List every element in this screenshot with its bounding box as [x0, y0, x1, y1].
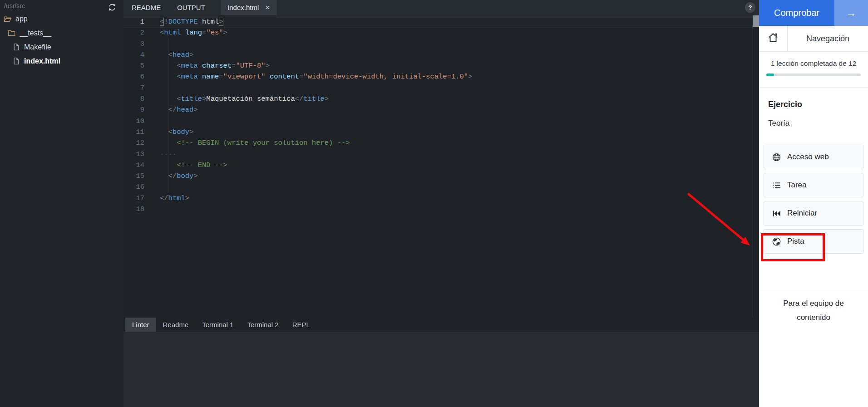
editor-tab-index-html[interactable]: index.html× — [221, 0, 277, 15]
app-window: /usr/src app__tests__Makefileindex.html … — [0, 0, 868, 407]
home-button[interactable] — [759, 26, 788, 51]
exercise-item-teoria[interactable]: Teoría — [768, 119, 859, 128]
folder-open-icon — [3, 15, 12, 24]
help-icon[interactable]: ? — [745, 2, 755, 13]
panel-tab-readme[interactable]: Readme — [156, 318, 196, 332]
line-number: 18 — [123, 204, 144, 215]
line-number: 1 — [123, 16, 144, 27]
footer-text: Para el equipo de contenido — [775, 296, 852, 324]
line-number: 16 — [123, 181, 144, 192]
button-label: Acceso web — [787, 152, 829, 162]
next-arrow-button[interactable]: → — [834, 0, 868, 26]
line-content: </head> — [160, 104, 198, 115]
panel-tab-terminal-2[interactable]: Terminal 2 — [240, 318, 285, 332]
code-line[interactable]: 7 — [123, 83, 750, 93]
code-line[interactable]: 4 <head> — [123, 49, 750, 60]
code-line[interactable]: 5 <meta charset="UTF-8"> — [123, 60, 750, 71]
code-line[interactable]: 13···· — [123, 149, 750, 160]
tree-item-app[interactable]: app — [0, 12, 123, 26]
bottom-panel: LinterReadmeTerminal 1Terminal 2REPL — [123, 318, 759, 407]
line-content: <!DOCTYPE html> — [160, 16, 223, 27]
panel-tab-repl[interactable]: REPL — [286, 318, 317, 332]
close-icon[interactable]: × — [265, 3, 270, 12]
rewind-icon — [772, 209, 781, 218]
line-content: <meta name="viewport" content="width=dev… — [160, 71, 472, 82]
reiniciar-button[interactable]: Reiniciar — [764, 201, 863, 226]
editor-scrollbar-track[interactable] — [752, 15, 759, 318]
code-line[interactable]: 10 — [123, 116, 750, 127]
sidebar-footer: Para el equipo de contenido — [759, 292, 868, 324]
exercise-section: Ejercicio Teoría — [759, 100, 868, 128]
code-line[interactable]: 9 </head> — [123, 104, 750, 115]
bottom-panel-body — [123, 332, 759, 407]
tree-item-label: index.html — [24, 57, 60, 65]
list-icon — [772, 181, 781, 190]
line-content: <!-- BEGIN (write your solution here) --… — [160, 137, 350, 148]
line-number: 17 — [123, 193, 144, 204]
bottom-panel-tabs: LinterReadmeTerminal 1Terminal 2REPL — [123, 318, 759, 332]
code-editor[interactable]: 1<!DOCTYPE html>2<html lang="es">34 <hea… — [123, 15, 759, 318]
line-content: ···· — [160, 149, 177, 160]
tree-item-label: __tests__ — [20, 29, 51, 37]
line-content: <meta charset="UTF-8"> — [160, 60, 270, 71]
tab-label: README — [132, 4, 161, 11]
editor-scrollbar-thumb[interactable] — [753, 15, 759, 27]
line-content: <title>Maquetación semántica</title> — [160, 93, 329, 104]
code-lines: 1<!DOCTYPE html>2<html lang="es">34 <hea… — [123, 16, 750, 215]
line-number: 6 — [123, 71, 144, 82]
line-number: 5 — [123, 60, 144, 71]
file-icon — [11, 57, 20, 66]
tab-label: OUTPUT — [177, 4, 205, 11]
code-line[interactable]: 8 <title>Maquetación semántica</title> — [123, 93, 750, 104]
code-line[interactable]: 6 <meta name="viewport" content="width=d… — [123, 71, 750, 82]
progress-bar — [766, 74, 861, 76]
code-line[interactable]: 3 — [123, 39, 750, 49]
tarea-button[interactable]: Tarea — [764, 173, 863, 197]
nav-title: Navegación — [788, 26, 868, 51]
nav-header: Navegación — [759, 26, 868, 52]
code-line[interactable]: 14 <!-- END --> — [123, 160, 750, 171]
line-content: <body> — [160, 127, 193, 137]
sidebar-buttons: Acceso webTareaReiniciarPista — [759, 145, 868, 254]
line-number: 9 — [123, 104, 144, 115]
tree-item-index-html[interactable]: index.html — [0, 54, 123, 68]
workspace-path: /usr/src — [4, 2, 25, 10]
code-line[interactable]: 16 — [123, 181, 750, 192]
globe-icon — [772, 152, 781, 162]
file-tree: app__tests__Makefileindex.html — [0, 12, 123, 68]
lifebuoy-icon — [772, 237, 781, 246]
line-number: 14 — [123, 160, 144, 171]
code-line[interactable]: 1<!DOCTYPE html> — [123, 16, 750, 27]
tree-item-tests[interactable]: __tests__ — [0, 26, 123, 40]
progress-section: 1 lección completada de 12 — [759, 52, 868, 88]
line-number: 10 — [123, 116, 144, 127]
check-button[interactable]: Comprobar — [759, 0, 834, 26]
panel-tab-terminal-1[interactable]: Terminal 1 — [195, 318, 240, 332]
pista-button[interactable]: Pista — [764, 229, 863, 254]
line-number: 12 — [123, 137, 144, 148]
code-line[interactable]: 15 </body> — [123, 171, 750, 181]
line-number: 11 — [123, 127, 144, 137]
line-number: 15 — [123, 171, 144, 181]
button-label: Tarea — [787, 181, 807, 190]
code-line[interactable]: 12 <!-- BEGIN (write your solution here)… — [123, 137, 750, 148]
check-row: Comprobar → — [759, 0, 868, 26]
code-line[interactable]: 11 <body> — [123, 127, 750, 137]
file-explorer: /usr/src app__tests__Makefileindex.html — [0, 0, 123, 407]
editor-tab-output[interactable]: OUTPUT — [169, 0, 213, 15]
code-line[interactable]: 17</html> — [123, 193, 750, 204]
tab-label: index.html — [228, 4, 259, 11]
code-line[interactable]: 18 — [123, 204, 750, 215]
home-icon — [767, 32, 779, 45]
progress-label: 1 lección completada de 12 — [766, 59, 861, 68]
panel-tab-linter[interactable]: Linter — [125, 318, 156, 332]
line-number: 4 — [123, 49, 144, 60]
line-content: <html lang="es"> — [160, 27, 227, 38]
acceso-web-button[interactable]: Acceso web — [764, 145, 863, 169]
tree-item-makefile[interactable]: Makefile — [0, 40, 123, 54]
code-line[interactable]: 2<html lang="es"> — [123, 27, 750, 38]
tree-item-label: app — [15, 15, 28, 23]
line-number: 3 — [123, 39, 144, 49]
progress-bar-fill — [766, 74, 774, 76]
editor-tab-readme[interactable]: README — [123, 0, 169, 15]
